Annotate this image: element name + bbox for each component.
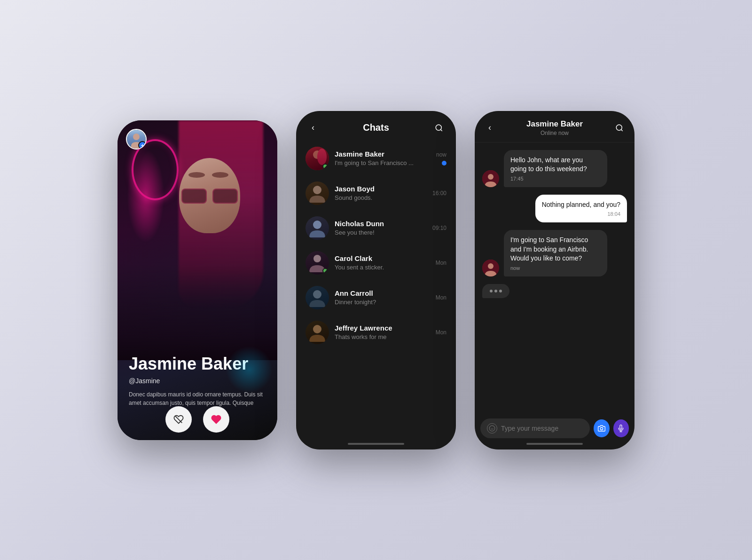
message-bubble: Hello John, what are you going to do thi… xyxy=(504,150,607,187)
chat-meta: 16:00 xyxy=(432,190,446,197)
bubble-time: 18:04 xyxy=(542,211,620,217)
svg-point-6 xyxy=(313,290,321,299)
chat-time: 16:00 xyxy=(432,190,446,197)
typing-dot xyxy=(494,290,497,292)
dislike-button[interactable] xyxy=(165,406,192,433)
bubble-outgoing: Nothing planned, and you? 18:04 xyxy=(535,195,627,223)
chat-name: Ann Carroll xyxy=(335,289,430,297)
chat-name: Jasmine Baker xyxy=(335,150,431,158)
emoji-button[interactable] xyxy=(487,423,497,434)
chat-content: Jeffrey Lawrence Thats works for me xyxy=(335,324,430,340)
messages-area: Hello John, what are you going to do thi… xyxy=(475,142,634,450)
chat-detail-header: ‹ Jasmine Baker Online now xyxy=(475,111,634,142)
message-row: I'm going to San Francisco and I'm booki… xyxy=(482,230,627,276)
svg-point-13 xyxy=(488,263,494,269)
back-button-detail[interactable]: ‹ xyxy=(482,120,497,135)
camera-button[interactable] xyxy=(594,419,610,437)
add-badge[interactable]: + xyxy=(138,141,147,150)
profile-handle: @Jasmine xyxy=(129,377,266,385)
svg-point-11 xyxy=(488,174,494,180)
chat-content: Carol Clark You sent a sticker. xyxy=(335,254,430,271)
search-button-detail[interactable] xyxy=(612,120,627,135)
home-indicator xyxy=(348,443,404,445)
chat-name: Jeffrey Lawrence xyxy=(335,324,430,332)
chat-content: Jason Boyd Sound goods. xyxy=(335,185,427,201)
svg-point-7 xyxy=(313,325,321,333)
avatar xyxy=(306,321,329,344)
home-indicator-detail xyxy=(526,443,583,445)
list-item[interactable]: Ann Carroll Dinner tonight? Mon xyxy=(300,280,452,315)
svg-point-8 xyxy=(616,125,622,130)
bubble-incoming-2: I'm going to San Francisco and I'm booki… xyxy=(504,230,607,276)
search-button-chats[interactable] xyxy=(431,120,446,135)
bubble-incoming: Hello John, what are you going to do thi… xyxy=(504,150,607,187)
message-row: Hello John, what are you going to do thi… xyxy=(482,150,627,187)
message-bubble-container: I'm going to San Francisco and I'm booki… xyxy=(504,230,607,276)
chat-detail-center: Jasmine Baker Online now xyxy=(497,119,612,136)
mic-button[interactable] xyxy=(613,419,629,437)
chats-title: Chats xyxy=(321,122,431,133)
typing-indicator xyxy=(482,284,509,298)
message-input-container xyxy=(480,418,590,438)
chat-meta: now xyxy=(436,151,446,166)
bubble-time: now xyxy=(510,265,601,271)
chat-name: Jason Boyd xyxy=(335,185,427,193)
list-item[interactable]: Jeffrey Lawrence Thats works for me Mon xyxy=(300,315,452,350)
svg-line-2 xyxy=(440,129,442,131)
message-input-area xyxy=(480,418,629,438)
svg-line-9 xyxy=(621,129,622,131)
svg-point-4 xyxy=(313,221,321,229)
profile-background: + Jasmine Baker @Jasmine Donec dapibus m… xyxy=(118,120,277,440)
chat-preview: See you there! xyxy=(335,229,427,236)
avatar xyxy=(306,216,329,240)
list-item[interactable]: Jason Boyd Sound goods. 16:00 xyxy=(300,176,452,211)
chat-preview: Dinner tonight? xyxy=(335,299,430,306)
message-row: Nothing planned, and you? 18:04 xyxy=(482,195,627,223)
message-avatar xyxy=(482,170,499,187)
chat-content: Ann Carroll Dinner tonight? xyxy=(335,289,430,306)
online-indicator xyxy=(322,268,328,274)
chat-content: Nicholas Dunn See you there! xyxy=(335,220,427,236)
chat-time: Mon xyxy=(436,294,446,301)
contact-status: Online now xyxy=(497,130,612,136)
chat-preview: Thats works for me xyxy=(335,333,430,340)
online-indicator xyxy=(322,164,328,169)
avatar xyxy=(306,181,329,205)
message-input[interactable] xyxy=(501,425,583,432)
chat-time: Mon xyxy=(436,329,446,336)
chats-header: ‹ Chats xyxy=(296,111,456,141)
phone-chats: ‹ Chats Jasmine Baker I'm going to San F… xyxy=(296,111,456,450)
unread-badge xyxy=(442,161,446,166)
chat-preview: I'm going to San Francisco ... xyxy=(335,159,431,166)
list-item[interactable]: Carol Clark You sent a sticker. Mon xyxy=(300,245,452,280)
profile-name: Jasmine Baker xyxy=(129,355,266,373)
svg-point-17 xyxy=(600,427,603,430)
phone-chat-detail: ‹ Jasmine Baker Online now Hello xyxy=(475,111,634,450)
chat-list: Jasmine Baker I'm going to San Francisco… xyxy=(296,141,456,350)
bubble-text: Nothing planned, and you? xyxy=(542,200,620,210)
profile-info: Jasmine Baker @Jasmine Donec dapibus mau… xyxy=(129,355,266,407)
like-button[interactable] xyxy=(203,406,229,433)
chat-time: now xyxy=(436,151,446,158)
chat-name: Nicholas Dunn xyxy=(335,220,427,228)
gradient-overlay xyxy=(118,120,277,360)
user-avatar-small[interactable]: + xyxy=(126,129,147,150)
list-item[interactable]: Jasmine Baker I'm going to San Francisco… xyxy=(300,141,452,176)
chat-name: Carol Clark xyxy=(335,254,430,262)
contact-name: Jasmine Baker xyxy=(497,119,612,129)
avatar xyxy=(306,286,329,309)
chat-preview: Sound goods. xyxy=(335,194,427,201)
svg-point-3 xyxy=(313,186,321,194)
chat-meta: 09:10 xyxy=(432,225,446,231)
chat-meta: Mon xyxy=(436,329,446,336)
avatar xyxy=(306,251,329,275)
bubble-text: I'm going to San Francisco and I'm booki… xyxy=(510,236,601,263)
chat-time: 09:10 xyxy=(432,225,446,231)
chat-preview: You sent a sticker. xyxy=(335,264,430,271)
bubble-time: 17:45 xyxy=(510,176,601,181)
chat-time: Mon xyxy=(436,260,446,266)
chat-content: Jasmine Baker I'm going to San Francisco… xyxy=(335,150,431,166)
list-item[interactable]: Nicholas Dunn See you there! 09:10 xyxy=(300,211,452,245)
back-button[interactable]: ‹ xyxy=(306,120,321,135)
svg-point-5 xyxy=(313,255,321,262)
